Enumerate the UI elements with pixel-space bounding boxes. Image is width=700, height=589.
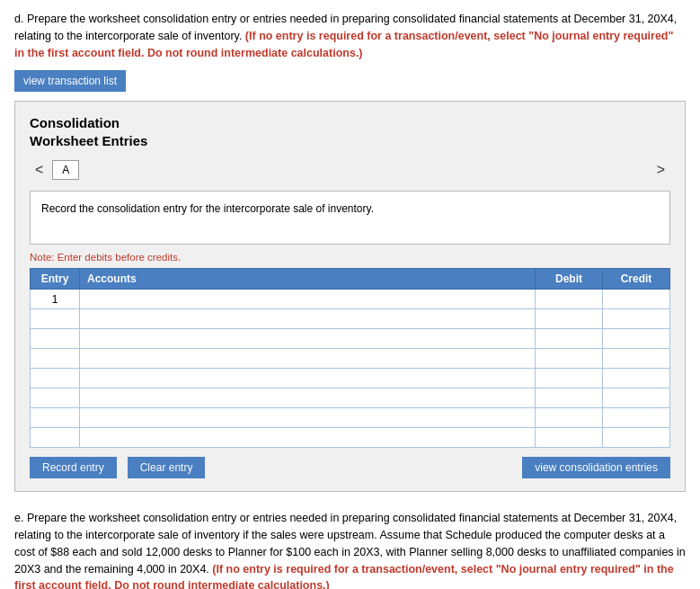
account-cell[interactable] [80,428,536,448]
account-cell[interactable] [80,309,536,329]
table-row [31,408,670,428]
debit-cell[interactable] [536,309,603,329]
table-row [31,369,670,388]
instruction-box: Record the consolidation entry for the i… [30,191,670,245]
entry-num-cell [31,329,80,349]
view-consolidation-entries-button[interactable]: view consolidation entries [522,457,670,478]
debit-cell[interactable] [536,349,603,369]
entry-num-cell [31,369,80,388]
credit-cell[interactable] [603,369,670,388]
account-input-6[interactable] [80,388,535,407]
tab-a[interactable]: A [52,160,79,180]
debit-input-1[interactable] [536,290,602,308]
col-entry-header: Entry [31,269,80,290]
table-row [31,309,670,329]
credit-cell[interactable] [603,329,670,349]
entry-num-cell [31,408,80,428]
debit-cell[interactable] [536,388,603,408]
instruction-text: Record the consolidation entry for the i… [41,202,374,215]
account-input-2[interactable] [80,309,535,328]
col-accounts-header: Accounts [80,269,536,290]
entry-num-cell [31,349,80,369]
credit-cell[interactable] [603,309,670,329]
account-cell[interactable] [80,369,536,388]
debit-input-4[interactable] [536,349,602,368]
credit-input-5[interactable] [603,369,669,388]
entry-num-cell: 1 [31,290,80,309]
credit-cell[interactable] [603,408,670,428]
account-input-8[interactable] [80,428,535,447]
entry-num-cell [31,309,80,329]
debit-cell[interactable] [536,369,603,388]
account-cell[interactable] [80,290,536,309]
account-input-4[interactable] [80,349,535,368]
debit-input-8[interactable] [536,428,602,447]
credit-input-2[interactable] [603,309,669,328]
entry-table: Entry Accounts Debit Credit 1 [30,268,670,448]
debit-input-3[interactable] [536,329,602,348]
debit-input-6[interactable] [536,388,602,407]
clear-entry-button[interactable]: Clear entry [128,457,206,478]
left-arrow-icon[interactable]: < [30,160,49,180]
table-row [31,349,670,369]
credit-cell[interactable] [603,428,670,448]
credit-input-8[interactable] [603,428,669,447]
credit-input-4[interactable] [603,349,669,368]
account-input-5[interactable] [80,369,535,388]
credit-input-7[interactable] [603,408,669,427]
account-cell[interactable] [80,388,536,408]
question-d-text: d. Prepare the worksheet consolidation e… [14,11,686,61]
debit-cell[interactable] [536,329,603,349]
entry-num-cell [31,388,80,408]
table-row [31,428,670,448]
credit-input-1[interactable] [603,290,669,308]
view-transaction-button[interactable]: view transaction list [14,70,126,92]
worksheet-title: Consolidation Worksheet Entries [30,114,670,149]
col-debit-header: Debit [536,269,603,290]
entry-num-cell [31,428,80,448]
credit-input-3[interactable] [603,329,669,348]
debit-cell[interactable] [536,290,603,309]
account-cell[interactable] [80,329,536,349]
account-input-7[interactable] [80,408,535,427]
credit-input-6[interactable] [603,388,669,407]
credit-cell[interactable] [603,349,670,369]
worksheet-container: Consolidation Worksheet Entries < A > Re… [14,101,686,492]
table-row [31,329,670,349]
debit-input-7[interactable] [536,408,602,427]
record-entry-button[interactable]: Record entry [30,457,117,478]
credit-cell[interactable] [603,290,670,309]
account-input-3[interactable] [80,329,535,348]
question-e-text: e. Prepare the worksheet consolidation e… [14,510,686,589]
debit-input-5[interactable] [536,369,602,388]
account-cell[interactable] [80,408,536,428]
table-row: 1 [31,290,670,309]
note-text: Note: Enter debits before credits. [30,252,670,263]
credit-cell[interactable] [603,388,670,408]
account-input-1[interactable] [80,290,535,308]
action-buttons: Record entry Clear entry view consolidat… [30,457,670,478]
debit-input-2[interactable] [536,309,602,328]
debit-cell[interactable] [536,408,603,428]
debit-cell[interactable] [536,428,603,448]
col-credit-header: Credit [603,269,670,290]
right-arrow-icon[interactable]: > [651,160,670,180]
table-row [31,388,670,408]
tab-nav: < A > [30,160,670,180]
account-cell[interactable] [80,349,536,369]
